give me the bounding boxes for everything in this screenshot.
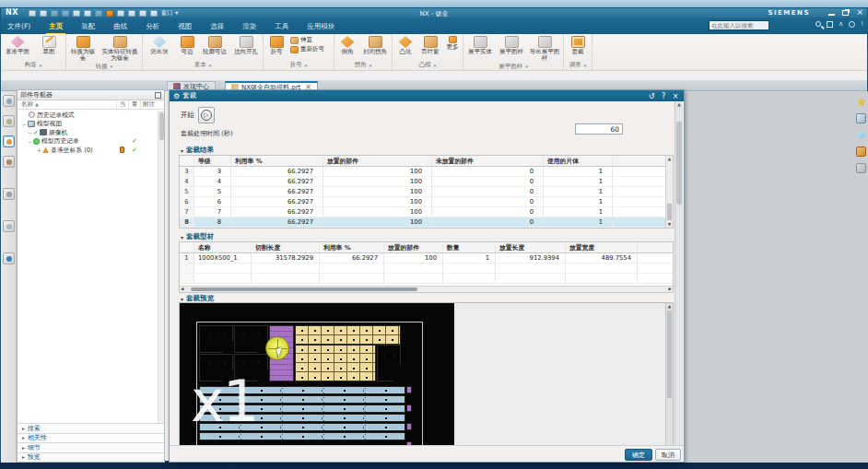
sheet-edit-icon[interactable] [856, 113, 866, 123]
profiles-section-header[interactable]: ▾套裁型材 [181, 232, 214, 241]
table-row[interactable]: 4 4 66.2927 100 0 1 [180, 177, 673, 187]
tree-item-datum-csys[interactable]: + 基准坐标系 (0) ✓ [18, 146, 156, 155]
section-preview[interactable]: ▸预览 [18, 452, 164, 463]
dialog-close-icon[interactable]: × [671, 92, 680, 100]
check-icon[interactable]: ✓ [132, 137, 137, 145]
nesting-preview-canvas[interactable]: x1 [180, 303, 454, 450]
tree-item-history-mode[interactable]: 历史记录模式 [18, 111, 156, 120]
reset-icon[interactable]: ↺ [647, 92, 656, 100]
nested-part-purple-small [406, 386, 412, 393]
convert-to-sheetmetal-button[interactable]: 转换为钣金 [69, 36, 97, 63]
navigator-sections: ▸搜索 ▸相关性 ▸细节 ▸预览 [18, 423, 164, 462]
cancel-button[interactable]: 取消 [655, 449, 681, 461]
tab-curve[interactable]: 曲线 [111, 21, 130, 35]
minimize-ribbon-icon[interactable]: ∧ [839, 20, 843, 28]
tab-analysis[interactable]: 分析 [143, 21, 162, 35]
table-row-empty [180, 264, 673, 274]
restore-button[interactable] [842, 10, 849, 16]
rebend-button[interactable]: 重新折弯 [290, 45, 331, 53]
nested-parts-yellow [295, 325, 401, 345]
tree-item-model-history[interactable]: − 模型历史记录 ✓ [18, 137, 156, 147]
grid-tool-icon[interactable] [856, 163, 866, 173]
tree-item-cameras[interactable]: − ✓ 摄像机 [18, 128, 156, 137]
constraint-navigator-icon[interactable] [3, 115, 15, 127]
dimple-button[interactable]: 凸坑 [395, 36, 416, 55]
ok-button[interactable]: 确定 [625, 449, 652, 461]
table-row[interactable]: 7 7 66.2927 100 0 1 [180, 207, 673, 217]
desktop-background [0, 462, 868, 469]
history-palette-icon[interactable] [3, 220, 15, 232]
sketch-button[interactable]: 草图 [35, 36, 63, 55]
table-row[interactable]: 6 6 66.2927 100 0 1 [180, 197, 673, 207]
minimize-button[interactable] [828, 9, 835, 16]
normal-cutout-button[interactable]: 法向开孔 [232, 36, 260, 55]
louver-button[interactable]: 百叶窗 [419, 36, 441, 55]
preview-scrollbar[interactable]: ▲▼ [665, 303, 673, 450]
table-row[interactable]: 5 5 66.2927 100 0 1 [180, 187, 673, 197]
table-row[interactable]: 1 1000X500_1 31578.2929 66.2927 100 1 91… [180, 253, 673, 264]
contour-flange-button[interactable]: 轮廓弯边 [201, 36, 229, 55]
tab-render[interactable]: 渲染 [240, 21, 259, 35]
breakcorner-button[interactable]: 倒角 [337, 36, 358, 55]
datum-plane-icon [11, 36, 25, 48]
tab-assembly[interactable]: 装配 [78, 21, 98, 35]
results-table-scrollbar[interactable]: ▲▼ [665, 156, 673, 228]
processing-time-input[interactable] [575, 123, 623, 135]
profiles-table-hscrollbar[interactable]: ◀▶ [180, 286, 673, 292]
section-details[interactable]: ▸细节 [18, 442, 164, 452]
flat-solid-button[interactable]: 展平实体 [466, 36, 494, 55]
alert-icon[interactable]: ! [861, 20, 863, 28]
nesting-button[interactable]: 套裁 [567, 36, 589, 55]
bend-button[interactable]: 折弯 [266, 36, 287, 55]
assembly-navigator-icon[interactable] [3, 95, 15, 107]
unbend-button[interactable]: 伸直 [290, 36, 331, 44]
panel-pin-icon[interactable] [155, 92, 161, 99]
table-row[interactable]: 3 3 66.2927 100 0 1 [180, 167, 673, 177]
command-search-input[interactable] [709, 20, 769, 30]
hd3d-tools-icon[interactable] [3, 188, 15, 200]
tab-tools[interactable]: 工具 [272, 21, 291, 35]
part-navigator-icon[interactable] [3, 135, 15, 147]
check-icon[interactable]: ✓ [132, 147, 137, 154]
datum-plane-display-icon[interactable] [856, 130, 866, 140]
dialog-title-bar[interactable]: ⚙ 套裁 ↺ ? × [170, 90, 684, 101]
export-flat-pattern-button[interactable]: 导出展平图样 [529, 36, 560, 63]
fullscreen-icon[interactable] [827, 21, 833, 28]
check-icon[interactable]: ✓ [33, 129, 39, 136]
ribbon-group-flatpattern: 展平实体 展平图样 导出展平图样 展平图样▾ [463, 34, 564, 70]
graphics-window[interactable] [685, 91, 868, 463]
start-nesting-button[interactable]: ▷ [198, 107, 215, 123]
tree-item-model-views[interactable]: − 模型视图 [18, 120, 156, 129]
star-favorites-icon[interactable] [856, 97, 866, 107]
closed-corner-button[interactable]: 封闭拐角 [361, 36, 389, 55]
more-button[interactable]: 更多 [445, 36, 460, 51]
flange-button[interactable]: 弯边 [177, 36, 197, 55]
nesting-preview-area[interactable]: x1 ▲▼ [179, 302, 674, 450]
profiles-table: 名称 切割长度 利用率 % 放置的部件 数量 放置长度 放置宽度 1 1000X… [179, 241, 674, 293]
tab-selection[interactable]: 选择 [207, 21, 227, 35]
tab-home[interactable]: 主页 [46, 21, 65, 35]
navigator-scrollbar[interactable] [158, 111, 164, 428]
closed-corner-icon [369, 36, 382, 48]
tab-view[interactable]: 视图 [175, 21, 194, 35]
search-icon[interactable] [815, 21, 821, 27]
tab-file[interactable]: 文件(F) [5, 21, 33, 35]
model-views-icon [28, 121, 35, 127]
close-button[interactable]: × [856, 9, 863, 16]
tab-application[interactable]: 应用模块 [304, 21, 337, 35]
solid-feature-convert-button[interactable]: 实体特征转换为钣金 [100, 36, 139, 63]
help-icon[interactable]: ? [659, 92, 668, 100]
table-row-selected[interactable]: 8 8 66.2927 100 0 1 [180, 217, 673, 228]
reuse-library-icon[interactable] [3, 156, 15, 168]
datum-plane-button[interactable]: 基准平面 [4, 36, 31, 55]
web-browser-icon[interactable] [3, 252, 15, 264]
tab-block-button[interactable]: 突出块 [146, 36, 173, 55]
section-search[interactable]: ▸搜索 [18, 423, 164, 433]
clock-icon[interactable] [849, 21, 855, 28]
dialog-scrollbar[interactable]: ▲ [674, 101, 683, 450]
section-dependencies[interactable]: ▸相关性 [18, 433, 164, 443]
results-section-header[interactable]: ▾套裁结果 [181, 146, 214, 155]
clamp-tool-icon[interactable] [856, 147, 866, 157]
flat-pattern-button[interactable]: 展平图样 [498, 36, 525, 55]
suppress-state-icon[interactable] [120, 147, 124, 153]
